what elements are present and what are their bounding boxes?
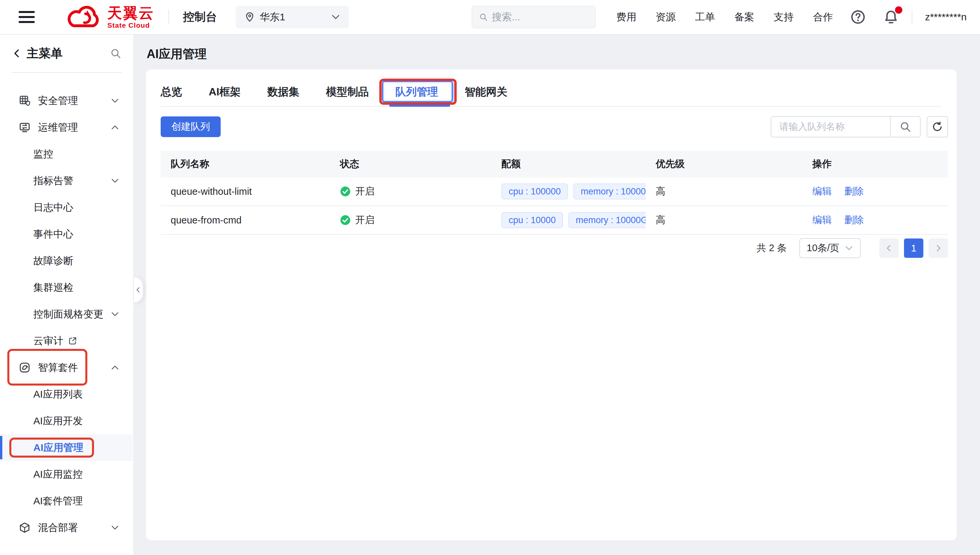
tab-model-artifacts[interactable]: 模型制品 [326, 78, 369, 106]
sidebar-item-label: 安全管理 [38, 94, 78, 108]
tab-label: 数据集 [267, 85, 299, 99]
sidebar-item-cloud-audit[interactable]: 云审计 [0, 327, 133, 354]
queue-search-button[interactable] [890, 117, 920, 137]
sidebar-item-event-center[interactable]: 事件中心 [0, 221, 133, 247]
column-header-status: 状态 [330, 157, 491, 171]
sidebar-item-log-center[interactable]: 日志中心 [0, 194, 133, 221]
tab-ai-framework[interactable]: AI框架 [209, 78, 241, 106]
menu-item-tickets[interactable]: 工单 [695, 10, 715, 24]
queue-search-input[interactable] [771, 117, 890, 137]
content-card: 总览 AI框架 数据集 模型制品 队列管理 智能网关 创建队列 [146, 69, 957, 541]
sidebar-item-label: AI应用列表 [34, 388, 83, 401]
region-selector[interactable]: 华东1 [236, 6, 349, 28]
sidebar-item-ops[interactable]: 运维管理 [0, 114, 133, 141]
page-size-select[interactable]: 10条/页 [799, 238, 861, 258]
external-link-icon [68, 336, 77, 345]
main-content: AI应用管理 总览 AI框架 数据集 模型制品 队列管理 智能网关 [135, 35, 980, 555]
prev-page-button[interactable] [879, 239, 898, 258]
hamburger-menu-icon[interactable] [19, 11, 35, 23]
pagination: 共 2 条 10条/页 1 [757, 238, 948, 258]
delete-link[interactable]: 删除 [844, 213, 864, 227]
menu-item-filing[interactable]: 备案 [734, 10, 755, 24]
chevron-down-icon [111, 96, 119, 105]
queue-search-box [771, 116, 921, 137]
sidebar-back-button[interactable] [12, 48, 22, 58]
create-queue-button[interactable]: 创建队列 [161, 116, 221, 137]
memory-quota-tag: memory : 100000G [573, 183, 646, 199]
notifications-button[interactable] [883, 9, 899, 25]
sidebar-item-label: 故障诊断 [34, 254, 74, 268]
username[interactable]: z********n [925, 11, 967, 23]
chevron-down-icon [111, 176, 119, 185]
tab-smart-gateway[interactable]: 智能网关 [465, 78, 507, 106]
chevron-up-icon [111, 363, 119, 372]
sidebar-item-metric-alerts[interactable]: 指标告警 [0, 167, 133, 194]
tab-label: 模型制品 [326, 85, 369, 99]
menu-item-support[interactable]: 支持 [774, 10, 794, 24]
refresh-button[interactable] [927, 116, 948, 137]
status-label: 开启 [355, 185, 375, 198]
edit-link[interactable]: 编辑 [812, 213, 832, 227]
sidebar-item-monitoring[interactable]: 监控 [0, 141, 133, 167]
table-row: queue-without-limit 开启 cpu : 100000 memo… [161, 178, 948, 206]
sidebar-item-ai-app-dev[interactable]: AI应用开发 [0, 407, 133, 434]
pagination-total: 共 2 条 [757, 242, 787, 255]
topbar-divider [912, 10, 912, 24]
sidebar-items: 安全管理 运维管理 监控 指标告警 日志中心 事件中心 故障诊断 集群巡检 控制… [0, 87, 133, 541]
sidebar-item-ai-app-management[interactable]: AI应用管理 [0, 434, 133, 461]
sidebar-item-cluster-inspection[interactable]: 集群巡检 [0, 274, 133, 301]
column-header-priority: 优先级 [646, 157, 803, 171]
tab-overview[interactable]: 总览 [161, 78, 182, 106]
current-page-button[interactable]: 1 [904, 239, 923, 258]
sidebar-item-ai-app-list[interactable]: AI应用列表 [0, 381, 133, 407]
chevron-down-icon [111, 310, 119, 319]
edit-link[interactable]: 编辑 [812, 185, 832, 198]
sidebar-item-label: 智算套件 [38, 361, 78, 375]
delete-link[interactable]: 删除 [844, 185, 864, 198]
cloud-logo-icon [66, 2, 103, 32]
tab-label: 队列管理 [395, 85, 438, 99]
sidebar-item-ai-suite-management[interactable]: AI套件管理 [0, 488, 133, 514]
sidebar-item-security[interactable]: 安全管理 [0, 87, 133, 114]
chevron-up-icon [111, 123, 119, 132]
topbar-menu: 费用 资源 工单 备案 支持 合作 [616, 10, 833, 24]
priority-value: 高 [646, 185, 803, 198]
sidebar-item-ai-suite-group[interactable]: 智算套件 [0, 354, 133, 381]
next-page-button[interactable] [929, 239, 948, 258]
chevron-left-icon [12, 48, 22, 58]
page-size-value: 10条/页 [807, 242, 839, 255]
global-search-box[interactable] [472, 6, 596, 28]
sidebar-item-clipped[interactable]: 插件 [0, 73, 133, 80]
sidebar-item-hybrid-deployment[interactable]: 混合部署 [0, 514, 133, 541]
search-icon [110, 48, 122, 59]
tab-bar: 总览 AI框架 数据集 模型制品 队列管理 智能网关 [161, 78, 942, 107]
sidebar-item-control-plane-spec[interactable]: 控制面规格变更 [0, 301, 133, 327]
ai-suite-icon [19, 361, 31, 374]
notification-badge [895, 6, 902, 14]
tab-label: 总览 [161, 85, 182, 99]
sidebar-item-label: 混合部署 [38, 521, 78, 535]
menu-item-billing[interactable]: 费用 [616, 10, 636, 24]
global-search-input[interactable] [492, 11, 588, 23]
sidebar-item-label: 集群巡检 [34, 281, 74, 295]
menu-item-resources[interactable]: 资源 [655, 10, 676, 24]
tab-dataset[interactable]: 数据集 [267, 78, 299, 106]
help-button[interactable] [851, 9, 866, 25]
top-navbar: 天翼云 State Cloud 控制台 华东1 费用 资源 工单 备案 支持 合… [0, 0, 980, 35]
chevron-left-icon [135, 287, 142, 293]
sidebar-search-button[interactable] [110, 48, 122, 59]
ops-arrows-icon [19, 121, 31, 133]
chevron-down-icon [331, 12, 341, 22]
location-pin-icon [244, 12, 255, 22]
sidebar-item-label: 插件 [37, 73, 58, 74]
menu-item-cooperation[interactable]: 合作 [813, 10, 833, 24]
memory-quota-tag: memory : 10000Gi [568, 212, 646, 228]
sidebar-item-fault-diagnosis[interactable]: 故障诊断 [0, 247, 133, 274]
status-label: 开启 [355, 213, 375, 227]
brand-logo[interactable]: 天翼云 State Cloud [66, 2, 154, 32]
table-header: 队列名称 状态 配额 优先级 操作 [161, 151, 948, 178]
tab-queue-management[interactable]: 队列管理 [395, 78, 438, 106]
sidebar-item-ai-app-monitoring[interactable]: AI应用监控 [0, 461, 133, 488]
sidebar-item-label: AI应用管理 [34, 441, 83, 455]
console-label[interactable]: 控制台 [183, 9, 217, 25]
